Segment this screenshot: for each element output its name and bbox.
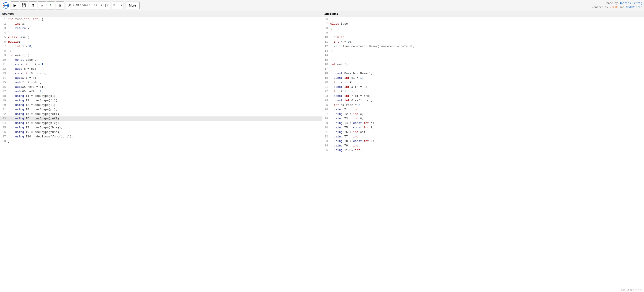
line-number: 22	[0, 112, 8, 116]
table-row: 14 auto& i = x;	[0, 76, 322, 80]
line-number: 30	[322, 125, 330, 130]
line-number: 34	[322, 144, 330, 148]
line-number: 17	[322, 67, 330, 71]
credits-author-link[interactable]: Andreas Fertig	[620, 2, 642, 5]
line-content: };	[330, 49, 334, 53]
save-button[interactable]: 💾	[20, 1, 28, 10]
run-button[interactable]: ▶	[11, 1, 19, 10]
share-button[interactable]: ⬆	[29, 1, 37, 10]
link-icon: ⛓	[58, 4, 62, 8]
compiler-dropdown-arrow: ▼	[121, 4, 122, 7]
table-row: 13 const int& rx = x;	[0, 71, 322, 76]
table-row: 15 auto* pi = &rx;	[0, 80, 322, 85]
line-content: using T5 = const int &;	[330, 125, 374, 130]
table-row: 19 const int ci = 1;	[322, 76, 644, 80]
compiler-text: D...	[114, 4, 120, 7]
refresh-button[interactable]: ↻	[47, 1, 55, 10]
line-number: 25	[0, 125, 8, 130]
table-row: 5 class Base {	[0, 35, 322, 40]
line-number: 14	[0, 76, 8, 80]
table-row: 9 int main() {	[0, 53, 322, 58]
line-number: 15	[0, 80, 8, 85]
table-row: 14	[322, 53, 644, 58]
table-row: 31 using T6 = int &&;	[322, 130, 644, 135]
line-number: 23	[0, 116, 8, 121]
line-content: using T10 = decltype(func(1, 1));	[8, 135, 73, 139]
insight-header: Insight:	[322, 11, 644, 17]
line-content: using T2 = decltype((x));	[8, 98, 59, 103]
line-number: 12	[322, 44, 330, 49]
line-content: class Base	[330, 22, 348, 26]
table-row: 12 auto x = ci;	[0, 67, 322, 71]
line-content: // inline constexpr Base() noexcept = de…	[330, 44, 415, 49]
table-row: 2 int x;	[0, 22, 322, 26]
table-row: 8 };	[0, 49, 322, 53]
line-number: 14	[322, 53, 330, 58]
table-row: 23 using T6 = decltype(ref2);	[0, 116, 322, 121]
table-row: 20 using T3 = decltype(i);	[0, 103, 322, 107]
star-icon: ☆	[40, 3, 44, 8]
table-row: 21 using T4 = decltype(pi);	[0, 107, 322, 112]
line-content: auto* pi = &rx;	[8, 80, 42, 85]
more-button[interactable]: More	[126, 2, 140, 9]
line-number: 18	[322, 71, 330, 76]
flask-label: Flask	[610, 6, 618, 9]
credits: Made by Andreas Fertig Powered by Flask …	[592, 1, 642, 10]
line-number: 26	[0, 130, 8, 135]
line-content: using T10 = int;	[330, 148, 362, 153]
line-number: 15	[322, 58, 330, 62]
line-content: const int ci = 1;	[330, 76, 364, 80]
source-code-area[interactable]: 1 int func(int, int) { 2 int x; 3 return…	[0, 17, 322, 292]
codemirror-link[interactable]: CodeMirror	[626, 6, 642, 9]
source-panel: Source: 1 int func(int, int) { 2 int x; …	[0, 11, 322, 292]
table-row: 13 };	[322, 49, 644, 53]
line-content: int x = 0;	[330, 40, 352, 44]
table-row: 24 using T7 = decltype(b.x);	[0, 121, 322, 125]
logo-button[interactable]: C++	[2, 1, 10, 10]
favorite-button[interactable]: ☆	[38, 1, 46, 10]
line-number: 9	[322, 31, 330, 35]
line-content: }	[8, 139, 10, 144]
line-content: {	[330, 26, 332, 31]
line-number: 26	[322, 107, 330, 112]
table-row: 33 using T8 = const int &;	[322, 139, 644, 144]
std-select[interactable]: [C++ Standard: C++ 20] ▼	[66, 2, 110, 9]
line-content: using T3 = int &;	[330, 116, 364, 121]
table-row: 7 class Base	[322, 22, 644, 26]
line-number: 13	[0, 71, 8, 76]
insight-code-area[interactable]: 6 7 class Base 8 { 9 10 public: 11 i	[322, 17, 644, 292]
line-content: int x = ci;	[330, 80, 353, 85]
line-content: int func(int, int) {	[8, 17, 43, 22]
link-button[interactable]: ⛓	[56, 1, 64, 10]
line-content: int main()	[330, 62, 348, 67]
table-row: 32 using T7 = int;	[322, 135, 644, 139]
line-number: 35	[322, 148, 330, 153]
credits-and: and	[618, 6, 626, 9]
line-content: const int & rx = x;	[330, 85, 367, 89]
line-content: int main() {	[8, 53, 29, 58]
line-content: int x = 0;	[8, 44, 33, 49]
flask-link[interactable]: Flask	[610, 6, 618, 9]
line-content: int & i = x;	[330, 89, 355, 94]
table-row: 16 int main()	[322, 62, 644, 67]
insight-panel: Insight: 6 7 class Base 8 { 9 10 public:	[322, 11, 644, 292]
line-content: using T9 = decltype(func);	[8, 130, 61, 135]
line-number: 10	[322, 35, 330, 40]
line-content: using T8 = const int &;	[330, 139, 374, 144]
table-row: 4 }	[0, 31, 322, 35]
line-content: {	[330, 67, 332, 71]
toolbar: C++ ▶ 💾 ⬆ ☆ ↻ ⛓ [C++ Standard: C++ 20] ▼…	[0, 0, 644, 11]
table-row: 20 int x = ci;	[322, 80, 644, 85]
compiler-select[interactable]: D... ▼	[112, 2, 124, 9]
line-number: 29	[322, 121, 330, 125]
logo-icon: C++	[2, 2, 9, 9]
line-number: 25	[322, 103, 330, 107]
line-content: };	[8, 49, 12, 53]
line-number: 13	[322, 49, 330, 53]
svg-point-2	[3, 5, 4, 6]
line-content: auto&& ref2 = 2;	[8, 89, 43, 94]
table-row: 6	[322, 17, 644, 22]
line-number: 8	[322, 26, 330, 31]
table-row: 19 using T2 = decltype((x));	[0, 98, 322, 103]
save-icon: 💾	[22, 3, 26, 8]
